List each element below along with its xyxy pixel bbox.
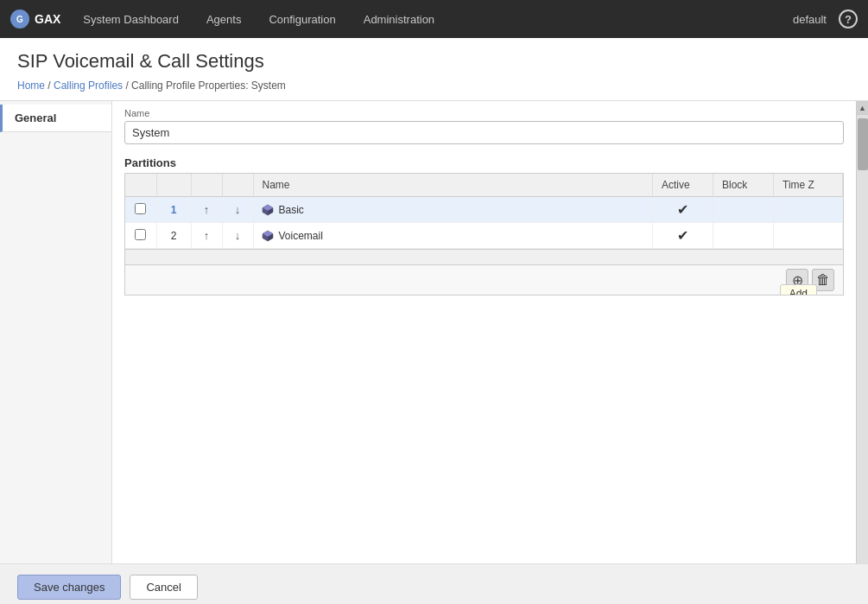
partitions-table-wrapper: Name Active Block Time Z bbox=[124, 173, 844, 296]
row2-up-cell[interactable]: ↑ bbox=[191, 223, 222, 249]
table-row: 1 ↑ ↓ bbox=[125, 197, 843, 223]
breadcrumb-home[interactable]: Home bbox=[17, 79, 45, 92]
row2-up-button[interactable]: ↑ bbox=[200, 228, 213, 243]
table-actions: ⊕ 🗑 Add bbox=[125, 264, 843, 295]
logo-text: GAX bbox=[35, 12, 60, 26]
row2-block-cell bbox=[713, 223, 774, 249]
nav-agents[interactable]: Agents bbox=[201, 10, 246, 29]
trash-icon: 🗑 bbox=[816, 272, 830, 288]
cube-icon bbox=[261, 203, 275, 217]
row1-timez-cell bbox=[774, 197, 843, 223]
row2-checkbox[interactable] bbox=[135, 229, 146, 240]
sidebar-item-general-label: General bbox=[15, 111, 56, 124]
row2-down-cell[interactable]: ↓ bbox=[222, 223, 253, 249]
help-button[interactable]: ? bbox=[839, 10, 858, 29]
scroll-up-arrow[interactable]: ▲ bbox=[857, 101, 869, 115]
partitions-label: Partitions bbox=[112, 149, 856, 173]
scroll-thumb[interactable] bbox=[858, 118, 868, 170]
row2-active-cell: ✔ bbox=[653, 223, 713, 249]
topnav-right: default ? bbox=[793, 10, 858, 29]
row1-checkbox[interactable] bbox=[135, 203, 146, 214]
top-navigation: G GAX System Dashboard Agents Configurat… bbox=[0, 0, 868, 38]
vertical-scrollbar[interactable]: ▲ bbox=[856, 101, 868, 563]
breadcrumb-calling-profiles[interactable]: Calling Profiles bbox=[54, 79, 123, 92]
col-checkbox bbox=[125, 174, 156, 197]
cube-icon bbox=[261, 229, 275, 243]
cancel-button[interactable]: Cancel bbox=[130, 575, 197, 600]
row1-active-cell: ✔ bbox=[653, 197, 713, 223]
row1-name-cell: Basic bbox=[253, 197, 653, 223]
table-row: 2 ↑ ↓ bbox=[125, 223, 843, 249]
col-up bbox=[191, 174, 222, 197]
col-down bbox=[222, 174, 253, 197]
row1-block-cell bbox=[713, 197, 774, 223]
row1-checkbox-cell[interactable] bbox=[125, 197, 156, 223]
form-area: Name Partitions bbox=[112, 101, 856, 563]
user-label: default bbox=[793, 13, 827, 26]
page-title: SIP Voicemail & Call Settings bbox=[17, 50, 851, 73]
add-tooltip: Add bbox=[780, 284, 817, 296]
col-active: Active bbox=[653, 174, 713, 197]
row2-timez-cell bbox=[774, 223, 843, 249]
row1-num: 1 bbox=[156, 197, 191, 223]
row1-up-cell[interactable]: ↑ bbox=[191, 197, 222, 223]
row1-down-button[interactable]: ↓ bbox=[231, 202, 244, 217]
name-label: Name bbox=[124, 108, 844, 118]
table-header-row: Name Active Block Time Z bbox=[125, 174, 843, 197]
row2-name-content: Voicemail bbox=[261, 229, 646, 243]
nav-configuration[interactable]: Configuration bbox=[263, 10, 340, 29]
col-num bbox=[156, 174, 191, 197]
sidebar-item-general[interactable]: General bbox=[0, 105, 111, 132]
nav-administration[interactable]: Administration bbox=[358, 10, 440, 29]
row1-up-button[interactable]: ↑ bbox=[200, 202, 213, 217]
breadcrumb-sep2: / bbox=[123, 79, 131, 92]
row1-active-check: ✔ bbox=[677, 202, 688, 217]
name-input[interactable] bbox=[124, 121, 844, 144]
logo-icon: G bbox=[10, 10, 29, 29]
row2-checkbox-cell[interactable] bbox=[125, 223, 156, 249]
page-title-bar: SIP Voicemail & Call Settings Home / Cal… bbox=[0, 38, 868, 101]
row1-name: Basic bbox=[279, 204, 304, 216]
breadcrumb-current: Calling Profile Properties: System bbox=[131, 79, 286, 92]
form-scroll[interactable]: Name Partitions bbox=[112, 101, 856, 499]
save-button[interactable]: Save changes bbox=[17, 575, 121, 600]
logo[interactable]: G GAX bbox=[10, 10, 60, 29]
horizontal-scrollbar[interactable] bbox=[125, 249, 843, 264]
row2-active-check: ✔ bbox=[677, 228, 688, 243]
col-timez: Time Z bbox=[774, 174, 843, 197]
breadcrumb-sep1: / bbox=[45, 79, 54, 92]
col-name: Name bbox=[253, 174, 653, 197]
row1-down-cell[interactable]: ↓ bbox=[222, 197, 253, 223]
row2-down-button[interactable]: ↓ bbox=[231, 228, 244, 243]
nav-system-dashboard[interactable]: System Dashboard bbox=[78, 10, 184, 29]
row1-name-content: Basic bbox=[261, 203, 646, 217]
name-field-group: Name bbox=[112, 101, 856, 149]
row2-num: 2 bbox=[156, 223, 191, 249]
bottom-bar: Save changes Cancel bbox=[0, 563, 868, 604]
row2-name-cell: Voicemail bbox=[253, 223, 653, 249]
breadcrumb: Home / Calling Profiles / Calling Profil… bbox=[17, 79, 851, 92]
row2-name: Voicemail bbox=[279, 230, 323, 242]
col-block: Block bbox=[713, 174, 774, 197]
sidebar: General bbox=[0, 101, 112, 563]
partitions-table: Name Active Block Time Z bbox=[125, 174, 843, 249]
